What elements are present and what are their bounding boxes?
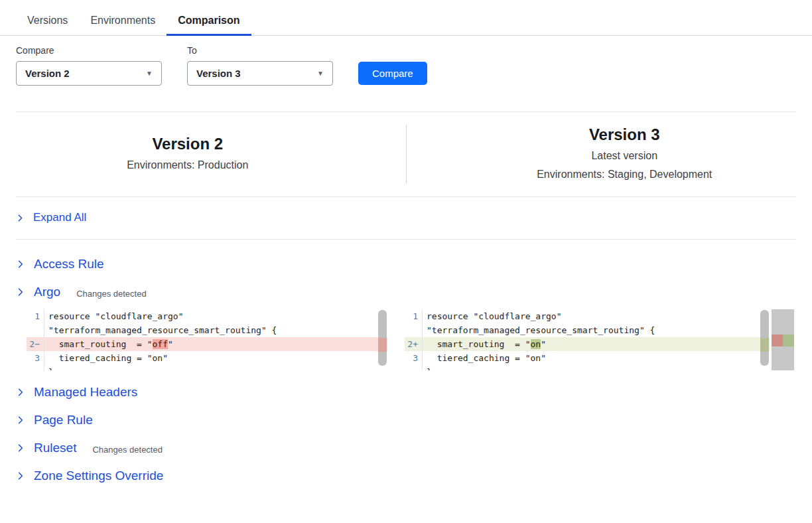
chevron-right-icon	[16, 260, 25, 269]
section-page-rule[interactable]: Page Rule	[0, 406, 812, 434]
line-number	[27, 365, 44, 370]
left-panel-scrollbar[interactable]	[378, 310, 387, 366]
chevron-right-icon	[16, 214, 25, 222]
section-label: Managed Headers	[34, 385, 137, 400]
compare-from-field: Compare Version 2 ▼	[16, 45, 162, 86]
compare-toolbar: Compare Version 2 ▼ To Version 3 ▼ Compa…	[0, 36, 812, 86]
argo-diff: 1 resource "cloudflare_argo" "terraform_…	[27, 309, 812, 370]
code-text: smart_routing = "off"	[44, 337, 173, 351]
section-label: Page Rule	[34, 413, 93, 427]
code-line: 1 resource "cloudflare_argo" "terraform_…	[27, 309, 387, 337]
scrollbar-added-mark	[760, 338, 769, 352]
code-line: 1 resource "cloudflare_argo" "terraform_…	[405, 309, 770, 337]
left-version-environments: Environments: Production	[19, 156, 357, 175]
chevron-right-icon	[16, 471, 25, 481]
expand-all-label: Expand All	[33, 211, 86, 224]
code-text: }	[44, 365, 54, 370]
right-version-title: Version 3	[456, 125, 794, 145]
code-text: }	[423, 365, 432, 370]
compare-to-field: To Version 3 ▼	[187, 45, 333, 86]
code-text-wrapped: "terraform_managed_resource_smart_routin…	[44, 323, 277, 337]
right-panel-scrollbar[interactable]	[760, 310, 769, 366]
code-text: resource "cloudflare_argo"	[44, 309, 277, 323]
right-version-latest: Latest version	[456, 147, 794, 165]
diff-panel-left[interactable]: 1 resource "cloudflare_argo" "terraform_…	[27, 309, 387, 370]
compare-from-label: Compare	[16, 45, 162, 56]
line-number: 3	[27, 351, 44, 365]
version-headers: Version 2 Environments: Production Versi…	[0, 112, 812, 196]
section-label: Access Rule	[34, 257, 104, 271]
expand-all-button[interactable]: Expand All	[0, 197, 812, 239]
section-label: Argo	[34, 285, 60, 299]
removed-word-highlight: off	[153, 339, 168, 349]
tab-bar: Versions Environments Comparison	[0, 0, 812, 36]
compare-to-label: To	[187, 45, 333, 56]
line-number: 1	[405, 309, 423, 337]
diff-panel-right[interactable]: 1 resource "cloudflare_argo" "terraform_…	[405, 309, 770, 370]
line-number	[405, 365, 423, 370]
code-text: tiered_caching = "on"	[44, 351, 168, 365]
version-header-left: Version 2 Environments: Production	[19, 134, 357, 175]
code-line: 3 tiered_caching = "on"	[27, 351, 387, 365]
chevron-right-icon	[16, 287, 25, 297]
right-version-environments: Environments: Staging, Development	[456, 165, 794, 184]
tab-versions[interactable]: Versions	[16, 8, 79, 36]
version-header-right: Version 3 Latest version Environments: S…	[456, 125, 794, 184]
code-line-clipped: }	[27, 365, 387, 370]
tab-comparison[interactable]: Comparison	[167, 8, 251, 36]
compare-to-value: Version 3	[196, 68, 241, 79]
vertical-divider	[406, 125, 407, 184]
line-number: 2−	[27, 337, 44, 351]
minimap-removed-mark	[772, 335, 783, 346]
diff-minimap[interactable]	[772, 309, 794, 370]
added-word-highlight: on	[531, 339, 541, 349]
tab-environments[interactable]: Environments	[79, 8, 167, 36]
code-line-added: 2+ smart_routing = "on"	[405, 337, 770, 351]
compare-from-value: Version 2	[25, 68, 70, 79]
chevron-right-icon	[16, 388, 25, 397]
section-zone-settings-override[interactable]: Zone Settings Override	[0, 462, 812, 490]
compare-button[interactable]: Compare	[358, 62, 427, 85]
code-text: resource "cloudflare_argo"	[423, 309, 655, 323]
section-label: Zone Settings Override	[34, 469, 163, 483]
code-line: 3 tiered_caching = "on"	[405, 351, 770, 365]
section-argo[interactable]: Argo Changes detected	[0, 278, 812, 306]
code-text: tiered_caching = "on"	[423, 351, 546, 365]
chevron-right-icon	[16, 443, 25, 453]
section-managed-headers[interactable]: Managed Headers	[0, 378, 812, 406]
changes-badge: Changes detected	[76, 285, 147, 299]
code-text-wrapped: "terraform_managed_resource_smart_routin…	[423, 323, 655, 337]
chevron-down-icon: ▼	[146, 70, 153, 77]
code-text: smart_routing = "on"	[423, 337, 546, 351]
compare-from-select[interactable]: Version 2 ▼	[16, 61, 162, 86]
comparison-sections: Access Rule Argo Changes detected 1 reso…	[0, 240, 812, 490]
code-line-removed: 2− smart_routing = "off"	[27, 337, 387, 351]
scrollbar-removed-mark	[378, 338, 387, 352]
chevron-down-icon: ▼	[317, 70, 324, 77]
compare-to-select[interactable]: Version 3 ▼	[187, 61, 333, 86]
line-number: 3	[405, 351, 423, 365]
line-number: 1	[27, 309, 44, 337]
minimap-added-mark	[783, 335, 794, 346]
changes-badge: Changes detected	[92, 441, 163, 455]
left-version-title: Version 2	[19, 134, 357, 154]
section-access-rule[interactable]: Access Rule	[0, 250, 812, 278]
code-line-clipped: }	[405, 365, 770, 370]
chevron-right-icon	[16, 415, 25, 425]
section-label: Ruleset	[34, 441, 76, 455]
section-ruleset[interactable]: Ruleset Changes detected	[0, 434, 812, 462]
line-number: 2+	[405, 337, 423, 351]
